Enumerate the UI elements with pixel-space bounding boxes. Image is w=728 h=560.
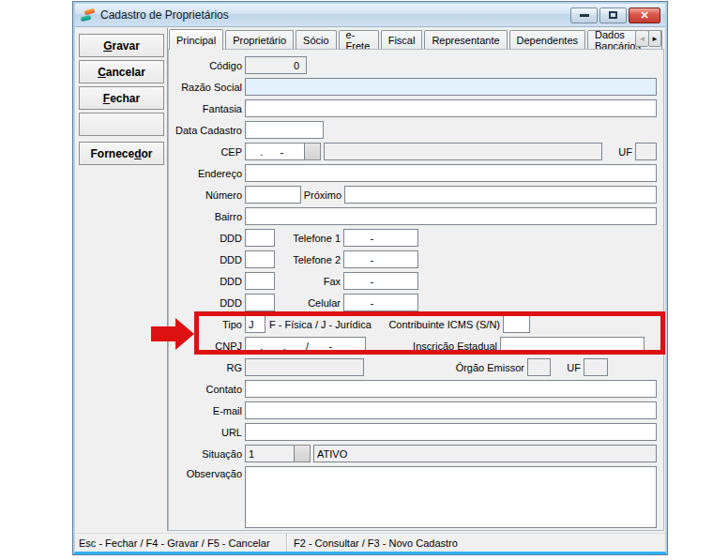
uf-rg-field	[584, 358, 608, 376]
numero-field[interactable]	[245, 186, 301, 204]
url-field[interactable]	[245, 423, 657, 441]
inscricao-estadual-field[interactable]	[500, 337, 645, 355]
tab-scroll-left-icon[interactable]: ◄	[635, 30, 648, 47]
ddd4-label: DDD	[169, 297, 242, 309]
close-icon: ✕	[640, 9, 648, 22]
ddd3-label: DDD	[169, 276, 242, 287]
telefone1-field[interactable]: -	[343, 229, 418, 247]
fantasia-field[interactable]	[245, 99, 657, 117]
bairro-label: Bairro	[169, 211, 242, 222]
email-label: E-mail	[169, 405, 242, 416]
titlebar[interactable]: Cadastro de Proprietários ✕	[75, 4, 665, 27]
observacao-label: Observação	[169, 468, 242, 528]
email-field[interactable]	[245, 401, 657, 419]
orgao-emissor-label: Órgão Emissor	[456, 362, 524, 373]
tab-representante[interactable]: Representante	[424, 30, 507, 49]
minimize-icon	[580, 14, 589, 17]
cep-city-field	[324, 143, 602, 160]
ddd3-field[interactable]	[245, 272, 275, 290]
row-data-cadastro: Data Cadastro	[169, 121, 663, 139]
situacao-lookup-button[interactable]	[295, 445, 311, 462]
statusbar-shortcuts-left: Esc - Fechar / F4 - Gravar / F5 - Cancel…	[75, 534, 287, 552]
rg-field	[245, 358, 364, 376]
window-title: Cadastro de Proprietários	[100, 8, 229, 22]
row-observacao: Observação	[169, 466, 663, 528]
razao-social-label: Razão Social	[169, 82, 242, 93]
row-tipo: Tipo J F - Física / J - Jurídica Contrib…	[169, 315, 663, 333]
ddd1-field[interactable]	[245, 229, 275, 247]
cep-lookup-button[interactable]	[305, 143, 321, 160]
contato-field[interactable]	[245, 380, 657, 398]
telefone2-label: Telefone 2	[275, 254, 341, 265]
row-email: E-mail	[169, 401, 663, 419]
contribuinte-icms-field[interactable]	[503, 315, 530, 333]
tipo-hint: F - Física / J - Jurídica	[269, 319, 372, 330]
row-fax: DDD Fax -	[169, 272, 663, 290]
data-cadastro-field[interactable]	[245, 121, 324, 139]
cnpj-field[interactable]: . . / -	[245, 337, 366, 355]
rg-label: RG	[169, 362, 242, 373]
row-celular: DDD Celular -	[169, 294, 663, 311]
situacao-label: Situação	[169, 448, 242, 460]
ddd4-field[interactable]	[245, 294, 275, 311]
celular-field[interactable]: -	[343, 294, 418, 311]
gravar-button[interactable]: Gravar	[79, 34, 164, 57]
row-rg: RG Órgão Emissor UF	[169, 358, 663, 376]
minimize-button[interactable]	[570, 8, 598, 23]
maximize-button[interactable]	[599, 8, 627, 23]
row-cep: CEP . - UF	[169, 143, 663, 160]
tab-scroll-right-icon[interactable]: ►	[648, 30, 661, 47]
blank-button[interactable]	[79, 113, 164, 136]
fax-label: Fax	[275, 276, 341, 287]
cnpj-label: CNPJ	[169, 341, 242, 352]
row-codigo: Código 0	[169, 56, 663, 74]
contato-label: Contato	[169, 384, 242, 395]
row-situacao: Situação 1 ATIVO	[169, 445, 663, 462]
tipo-field[interactable]: J	[245, 315, 265, 333]
contribuinte-icms-label: Contribuinte ICMS (S/N)	[388, 319, 500, 330]
uf-label: UF	[608, 146, 632, 158]
row-telefone1: DDD Telefone 1 -	[169, 229, 663, 247]
fornecedor-button[interactable]: Fornecedor	[79, 142, 164, 165]
inscricao-estadual-label: Inscrição Estadual	[413, 341, 497, 352]
cep-field[interactable]: . -	[245, 143, 305, 160]
tipo-label: Tipo	[169, 319, 242, 330]
fechar-button[interactable]: Fechar	[79, 86, 164, 110]
tab-principal[interactable]: Principal	[169, 29, 223, 50]
cep-label: CEP	[169, 146, 242, 158]
close-button[interactable]: ✕	[629, 8, 660, 23]
uf-rg-label: UF	[558, 362, 581, 373]
tab-efrete[interactable]: e-Frete	[339, 30, 379, 49]
telefone2-field[interactable]: -	[343, 250, 418, 268]
tab-fiscal[interactable]: Fiscal	[381, 30, 423, 49]
observacao-textarea[interactable]	[245, 466, 657, 528]
maximize-icon	[609, 11, 617, 19]
tab-dependentes[interactable]: Dependentes	[509, 30, 585, 49]
row-url: URL	[169, 423, 663, 441]
fax-field[interactable]: -	[343, 272, 418, 290]
proximo-field[interactable]	[344, 186, 657, 204]
row-fantasia: Fantasia	[169, 99, 663, 117]
codigo-field: 0	[245, 56, 307, 74]
endereco-field[interactable]	[245, 164, 657, 182]
tab-socio[interactable]: Sócio	[296, 30, 337, 49]
telefone1-label: Telefone 1	[275, 233, 341, 244]
celular-label: Celular	[275, 297, 341, 309]
row-endereco: Endereço	[169, 164, 663, 182]
tab-scrollers: ◄ ►	[635, 30, 661, 47]
row-telefone2: DDD Telefone 2 -	[169, 250, 663, 268]
ddd2-label: DDD	[169, 254, 242, 265]
ddd2-field[interactable]	[245, 250, 275, 268]
row-razao-social: Razão Social	[169, 78, 663, 96]
app-logo-icon	[80, 8, 96, 23]
row-bairro: Bairro	[169, 207, 663, 225]
cancelar-button[interactable]: Cancelar	[79, 60, 164, 83]
tabstrip: Principal Proprietário Sócio e-Frete Fis…	[168, 28, 664, 49]
endereco-label: Endereço	[169, 168, 242, 179]
razao-social-field[interactable]	[245, 78, 657, 96]
highlighted-section: Tipo J F - Física / J - Jurídica Contrib…	[169, 315, 663, 355]
tab-proprietario[interactable]: Proprietário	[225, 30, 294, 49]
situacao-status-field: ATIVO	[313, 445, 657, 462]
bairro-field[interactable]	[245, 207, 657, 225]
statusbar-shortcuts-right: F2 - Consultar / F3 - Novo Cadastro	[287, 537, 665, 549]
